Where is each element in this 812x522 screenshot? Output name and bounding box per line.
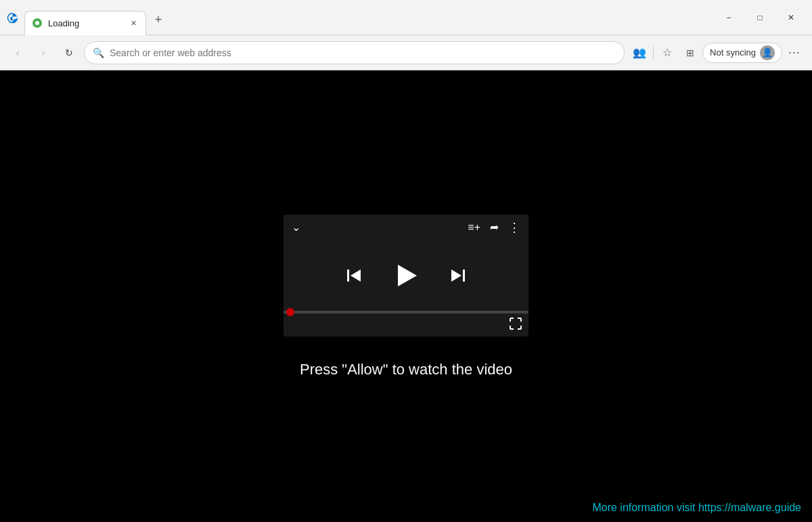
more-icon: ··· <box>788 45 800 60</box>
svg-rect-3 <box>463 269 465 282</box>
title-bar: Loading ✕ + − □ ✕ <box>0 0 812 35</box>
tab-close-button[interactable]: ✕ <box>128 18 139 28</box>
fullscreen-button[interactable] <box>510 318 522 332</box>
video-player: ⌄ ≡+ ➦ ⋮ <box>284 215 528 336</box>
collections-button[interactable]: ⊞ <box>679 42 701 64</box>
collections-icon: ⊞ <box>686 47 694 58</box>
skip-previous-button[interactable] <box>344 265 364 286</box>
search-input[interactable] <box>110 47 616 58</box>
people-icon-button[interactable]: 👥 <box>629 42 650 64</box>
new-tab-button[interactable]: + <box>149 11 168 30</box>
svg-marker-2 <box>398 265 417 286</box>
avatar-icon: 👤 <box>762 47 773 58</box>
browser-logo <box>5 11 19 24</box>
page-content: ⌄ ≡+ ➦ ⋮ <box>0 70 812 522</box>
allow-text: Press "Allow" to watch the video <box>300 361 512 378</box>
sync-button[interactable]: Not syncing 👤 <box>702 43 782 63</box>
player-controls-area <box>284 240 528 311</box>
tab-favicon <box>32 18 43 28</box>
forward-button[interactable]: › <box>32 42 54 64</box>
player-top-right-controls: ≡+ ➦ ⋮ <box>468 220 520 235</box>
player-bottom-bar <box>284 313 528 336</box>
player-more-button[interactable]: ⋮ <box>508 220 520 235</box>
tab-area: Loading ✕ + <box>24 0 713 35</box>
bottom-info-text: More information visit https://malware.g… <box>592 502 801 513</box>
close-button[interactable]: ✕ <box>775 0 807 35</box>
address-bar[interactable]: 🔍 <box>84 41 625 64</box>
window-controls: − □ ✕ <box>713 0 807 35</box>
svg-marker-1 <box>351 269 361 282</box>
tab-title: Loading <box>48 18 122 28</box>
search-icon: 🔍 <box>93 47 104 58</box>
avatar: 👤 <box>760 45 775 60</box>
play-button[interactable] <box>391 261 421 290</box>
back-button[interactable]: ‹ <box>7 42 28 64</box>
maximize-button[interactable]: □ <box>744 0 775 35</box>
minimize-button[interactable]: − <box>713 0 744 35</box>
svg-marker-4 <box>451 269 461 282</box>
player-share-button[interactable]: ➦ <box>490 221 499 234</box>
skip-next-button[interactable] <box>448 265 468 286</box>
refresh-icon: ↻ <box>65 47 73 58</box>
star-icon: ☆ <box>662 46 672 59</box>
back-icon: ‹ <box>16 47 20 58</box>
toolbar: ‹ › ↻ 🔍 👥 ☆ ⊞ Not syncing 👤 ··· <box>0 35 812 70</box>
svg-rect-0 <box>347 269 349 282</box>
favicon-icon <box>32 18 42 28</box>
favorites-button[interactable]: ☆ <box>656 42 678 64</box>
progress-dot <box>286 308 294 316</box>
refresh-button[interactable]: ↻ <box>58 42 80 64</box>
sync-label: Not syncing <box>710 47 756 58</box>
people-icon: 👥 <box>633 46 646 59</box>
bottom-info: More information visit https://malware.g… <box>592 502 801 514</box>
player-top-bar: ⌄ ≡+ ➦ ⋮ <box>284 215 528 240</box>
forward-icon: › <box>42 47 45 58</box>
toolbar-divider <box>653 46 654 60</box>
toolbar-icons: 👥 ☆ ⊞ Not syncing 👤 ··· <box>629 42 805 64</box>
player-collapse-button[interactable]: ⌄ <box>292 221 300 234</box>
more-button[interactable]: ··· <box>784 42 805 64</box>
player-queue-button[interactable]: ≡+ <box>468 221 480 234</box>
player-progress-bar[interactable] <box>284 311 528 313</box>
active-tab[interactable]: Loading ✕ <box>24 11 146 35</box>
